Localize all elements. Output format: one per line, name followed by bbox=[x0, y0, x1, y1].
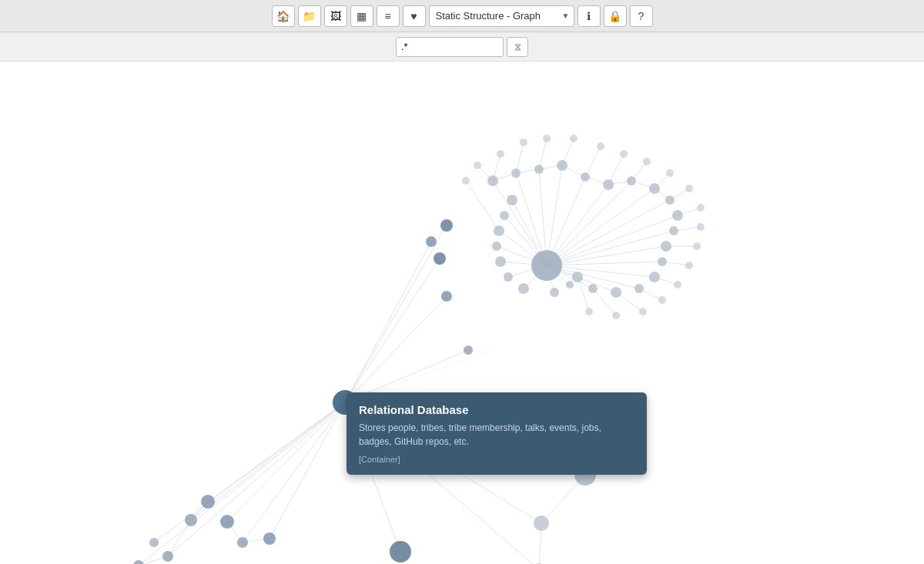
svg-point-98 bbox=[685, 262, 693, 269]
folder-button[interactable]: 📁 bbox=[298, 5, 321, 27]
svg-point-95 bbox=[697, 204, 705, 212]
svg-point-135 bbox=[426, 236, 437, 247]
svg-point-125 bbox=[550, 288, 559, 297]
svg-point-132 bbox=[507, 195, 517, 205]
svg-point-90 bbox=[597, 142, 604, 150]
svg-point-91 bbox=[620, 150, 628, 158]
lock-button[interactable]: 🔒 bbox=[604, 5, 627, 27]
svg-point-89 bbox=[570, 135, 578, 142]
svg-line-62 bbox=[227, 402, 345, 522]
svg-point-144 bbox=[263, 532, 276, 545]
svg-point-88 bbox=[543, 135, 551, 142]
svg-point-105 bbox=[462, 177, 470, 185]
svg-point-107 bbox=[511, 169, 521, 178]
svg-point-148 bbox=[390, 541, 411, 562]
svg-point-138 bbox=[464, 345, 473, 355]
svg-point-142 bbox=[220, 515, 234, 529]
svg-point-110 bbox=[581, 172, 590, 182]
svg-point-113 bbox=[649, 183, 660, 194]
svg-point-112 bbox=[627, 176, 636, 185]
svg-line-67 bbox=[154, 402, 345, 542]
toolbar: 🏠 📁 🖼 ▦ ≡ ♥ Static Structure - GraphStat… bbox=[0, 0, 924, 32]
home-button[interactable]: 🏠 bbox=[272, 5, 295, 27]
svg-point-96 bbox=[697, 223, 705, 231]
svg-point-103 bbox=[585, 308, 593, 315]
filter-icon: ⧖ bbox=[514, 41, 521, 53]
svg-point-116 bbox=[669, 226, 678, 235]
svg-line-39 bbox=[585, 146, 601, 177]
svg-point-134 bbox=[440, 219, 453, 232]
svg-point-99 bbox=[674, 281, 681, 289]
svg-point-131 bbox=[500, 211, 509, 220]
svg-line-68 bbox=[168, 402, 345, 556]
svg-point-117 bbox=[661, 241, 671, 252]
svg-line-64 bbox=[270, 402, 345, 539]
svg-point-124 bbox=[566, 281, 574, 289]
svg-line-55 bbox=[345, 225, 447, 402]
svg-line-63 bbox=[243, 402, 345, 542]
svg-point-123 bbox=[572, 272, 583, 282]
svg-point-122 bbox=[588, 284, 598, 293]
searchbar: ⧖ bbox=[0, 32, 924, 62]
view-select[interactable]: Static Structure - GraphStatic Structure… bbox=[429, 5, 574, 27]
table-button[interactable]: ▦ bbox=[350, 5, 373, 27]
svg-point-111 bbox=[603, 179, 614, 190]
search-input[interactable] bbox=[396, 37, 504, 57]
svg-point-100 bbox=[658, 296, 666, 304]
svg-point-121 bbox=[611, 287, 621, 298]
svg-point-115 bbox=[672, 210, 683, 221]
graph-area[interactable]: Relational Database Stores people, tribe… bbox=[0, 62, 924, 564]
view-select-wrap: Static Structure - GraphStatic Structure… bbox=[429, 5, 574, 27]
tooltip-description: Stores people, tribes, tribe membership,… bbox=[359, 421, 634, 449]
svg-line-9 bbox=[547, 215, 678, 265]
heart-button[interactable]: ♥ bbox=[403, 5, 426, 27]
filter-button[interactable]: ⧖ bbox=[507, 37, 528, 57]
svg-line-57 bbox=[345, 259, 440, 402]
svg-point-140 bbox=[201, 495, 215, 509]
svg-point-147 bbox=[133, 560, 144, 564]
svg-point-86 bbox=[497, 150, 504, 158]
image-button[interactable]: 🖼 bbox=[324, 5, 347, 27]
svg-point-108 bbox=[534, 165, 544, 174]
svg-line-52 bbox=[578, 277, 589, 312]
svg-point-109 bbox=[557, 160, 567, 171]
svg-line-58 bbox=[345, 296, 447, 402]
svg-point-133 bbox=[531, 250, 562, 281]
svg-point-127 bbox=[504, 272, 513, 282]
svg-point-136 bbox=[434, 252, 446, 265]
tooltip-title: Relational Database bbox=[359, 403, 634, 416]
svg-point-143 bbox=[237, 537, 248, 548]
svg-point-120 bbox=[634, 284, 644, 293]
svg-point-106 bbox=[487, 175, 498, 186]
svg-point-130 bbox=[494, 225, 504, 236]
svg-point-93 bbox=[666, 169, 674, 177]
svg-line-54 bbox=[466, 181, 499, 231]
svg-point-101 bbox=[639, 308, 647, 315]
svg-point-146 bbox=[149, 538, 159, 547]
svg-line-56 bbox=[345, 242, 431, 402]
info-button[interactable]: ℹ bbox=[578, 5, 601, 27]
svg-line-12 bbox=[547, 262, 662, 265]
node-tooltip: Relational Database Stores people, tribe… bbox=[346, 392, 647, 475]
svg-point-119 bbox=[649, 272, 660, 282]
svg-point-128 bbox=[495, 256, 506, 267]
svg-point-137 bbox=[441, 291, 452, 302]
svg-point-92 bbox=[643, 158, 651, 165]
svg-point-102 bbox=[612, 312, 620, 319]
svg-point-129 bbox=[492, 242, 501, 251]
tooltip-type: [Container] bbox=[359, 455, 634, 464]
svg-line-7 bbox=[547, 189, 654, 265]
svg-point-94 bbox=[685, 185, 693, 192]
svg-point-104 bbox=[474, 162, 481, 169]
svg-point-151 bbox=[534, 516, 549, 531]
svg-point-141 bbox=[185, 514, 197, 526]
svg-line-6 bbox=[547, 181, 631, 265]
help-button[interactable]: ? bbox=[630, 5, 653, 27]
svg-line-36 bbox=[516, 142, 524, 173]
svg-point-145 bbox=[162, 551, 173, 562]
graph-svg bbox=[0, 62, 924, 564]
svg-line-78 bbox=[168, 520, 191, 556]
svg-point-87 bbox=[520, 138, 527, 146]
list-button[interactable]: ≡ bbox=[377, 5, 400, 27]
svg-point-97 bbox=[693, 242, 701, 250]
